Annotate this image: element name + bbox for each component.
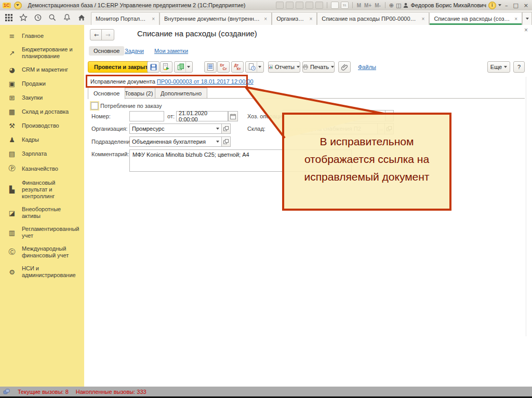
service-info-icon[interactable]: i <box>488 2 496 9</box>
calendar-icon[interactable] <box>331 2 339 9</box>
sidebar-item-treasury[interactable]: ⓅКазначейство <box>0 161 84 176</box>
sidebar-item-label: CRM и маркетинг <box>22 66 68 73</box>
chevron-down-icon[interactable] <box>498 4 501 6</box>
attachments-button[interactable] <box>338 61 351 73</box>
notifications-bell-icon[interactable] <box>63 13 71 22</box>
form-right-border <box>526 77 526 336</box>
subdivision-combo[interactable]: Объединенная бухгалтерия <box>129 136 222 147</box>
copy-icon[interactable] <box>315 2 323 9</box>
more-button[interactable]: Еще <box>487 61 510 73</box>
print-preview-icon[interactable] <box>296 2 303 9</box>
calendar-31-icon[interactable]: 31 <box>341 2 349 9</box>
tab-writeoff-pr00[interactable]: Списание на расходы ПР00-000003 от 18...… <box>317 12 429 25</box>
help-button[interactable]: ? <box>513 61 525 73</box>
report-chart-icon <box>269 64 273 70</box>
memory-m-button[interactable]: M <box>356 3 362 8</box>
sidebar-item-label: Казначейство <box>22 166 58 172</box>
organization-open-button[interactable] <box>221 123 231 134</box>
main-menu-button[interactable] <box>14 2 22 9</box>
maximize-button[interactable]: □ <box>511 2 520 9</box>
print-icon[interactable] <box>286 2 294 9</box>
sidebar-item-regulated-accounting[interactable]: ▥Регламентированный учет <box>0 223 84 242</box>
send-icon[interactable] <box>305 2 313 9</box>
save-icon[interactable] <box>276 2 284 9</box>
memory-mplus-button[interactable]: M+ <box>364 3 372 8</box>
sidebar-item-budgeting[interactable]: ↗Бюджетирование и планирование <box>0 43 84 63</box>
close-tab-icon[interactable]: × <box>422 16 425 22</box>
sidebar-item-fixed-assets[interactable]: ◪Внеоборотные активы <box>0 203 84 223</box>
number-input[interactable] <box>129 111 164 121</box>
close-window-button[interactable]: × <box>522 2 530 9</box>
chevron-down-icon <box>16 4 19 6</box>
hoz-operation-select-button[interactable] <box>385 110 394 121</box>
save-button[interactable] <box>147 61 159 73</box>
tab-internal-documents[interactable]: Внутренние документы (внутренние потре..… <box>159 12 272 25</box>
sidebar-item-purchases[interactable]: ⊞Закупки <box>0 91 84 105</box>
sidebar-item-financial-result[interactable]: ▙Финансовый результат и контроллинг <box>0 176 84 203</box>
document-register-button[interactable] <box>204 61 217 73</box>
planning-icon: ↗ <box>8 49 16 57</box>
close-tab-icon[interactable]: × <box>514 16 517 22</box>
sidebar-item-warehouse[interactable]: ▦Склад и доставка <box>0 105 84 119</box>
date-input[interactable]: 21.01.2020 0:00:00 <box>176 111 228 121</box>
document-clock-icon <box>248 63 256 71</box>
current-user[interactable]: Федоров Борис Михайлович <box>403 2 486 8</box>
print-button[interactable]: Печать <box>302 61 335 73</box>
subdivision-open-button[interactable] <box>221 136 231 147</box>
search-icon[interactable] <box>48 13 57 22</box>
sidebar-item-sales[interactable]: ▣Продажи <box>0 77 84 91</box>
order-consumption-checkbox[interactable] <box>91 102 98 109</box>
post-document-button[interactable] <box>160 61 172 73</box>
service-calls-icon[interactable] <box>3 389 10 395</box>
favorites-star-icon[interactable] <box>19 13 28 22</box>
sidebar-item-admin[interactable]: ⚙НСИ и администрирование <box>0 262 84 282</box>
minimize-button[interactable]: – <box>503 2 510 9</box>
dtkt-button[interactable]: ДтКт <box>231 61 244 73</box>
chevron-down-icon[interactable] <box>216 141 219 143</box>
sidebar-item-production[interactable]: ⚒Производство <box>0 119 84 133</box>
form-tab-main[interactable]: Основное <box>88 87 125 99</box>
tab-label: Организации <box>276 16 306 22</box>
copy-button[interactable] <box>174 61 193 73</box>
sidebar-item-crm[interactable]: ◕CRM и маркетинг <box>0 63 84 77</box>
menu-grid-icon[interactable] <box>5 13 13 22</box>
number-label: Номер: <box>91 113 111 119</box>
drcr-button[interactable]: DrCr <box>217 61 230 73</box>
sidebar-item-salary[interactable]: ▤Зарплата <box>0 147 84 161</box>
home-icon[interactable] <box>77 13 86 22</box>
close-form-icon[interactable]: × <box>524 26 528 34</box>
sidebar-item-main[interactable]: ≡Главное <box>0 29 84 43</box>
history-icon[interactable] <box>34 13 42 22</box>
dtkt-icon: ДтКт <box>234 63 241 71</box>
tab-monitor-portal[interactable]: Монитор Портала 1С:ИТС × <box>91 12 159 25</box>
hoz-operation-field[interactable]: Списание на расходы / активы <box>283 110 385 121</box>
reports-button[interactable]: Отчеты <box>268 61 300 73</box>
tab-writeoff-create[interactable]: Списание на расходы (создание) × <box>429 12 522 25</box>
warehouse-label: Склад: <box>247 126 265 132</box>
zoom-icon[interactable]: ⊕ <box>389 2 394 9</box>
cart-icon: ⊞ <box>8 94 16 102</box>
tab-organizations[interactable]: Организации × <box>272 12 317 25</box>
schedule-document-button[interactable] <box>245 61 264 73</box>
nav-tasks[interactable]: Задачи <box>125 48 144 54</box>
chevron-down-icon[interactable] <box>216 128 219 130</box>
sidebar-item-ifrs[interactable]: ⒸМеждународный финансовый учет <box>0 242 84 262</box>
files-link[interactable]: Файлы <box>358 64 376 70</box>
close-tab-icon[interactable]: × <box>264 16 267 22</box>
calendar-picker-button[interactable] <box>228 111 238 121</box>
close-tab-icon[interactable]: × <box>152 16 155 22</box>
document-form: × ← → Списание на расходы (создание) Осн… <box>84 25 532 387</box>
nav-main[interactable]: Основное <box>89 46 124 56</box>
nav-notes[interactable]: Мои заметки <box>154 48 188 54</box>
separator <box>385 2 385 8</box>
forward-button[interactable]: → <box>101 29 114 40</box>
organization-combo[interactable]: Промресурс <box>129 123 222 134</box>
more-label: Еще <box>490 64 502 70</box>
corrected-document-link[interactable]: ПР00-000003 от 18.01.2017 12:00:00 <box>157 78 254 85</box>
split-window-icon[interactable]: ◫ <box>396 2 401 9</box>
sidebar-item-hr[interactable]: ♟Кадры <box>0 133 84 147</box>
memory-mminus-button[interactable]: M- <box>374 3 381 8</box>
form-tab-additional[interactable]: Дополнительно <box>155 88 207 99</box>
tab-list-button[interactable] <box>522 12 532 25</box>
close-tab-icon[interactable]: × <box>309 16 312 22</box>
